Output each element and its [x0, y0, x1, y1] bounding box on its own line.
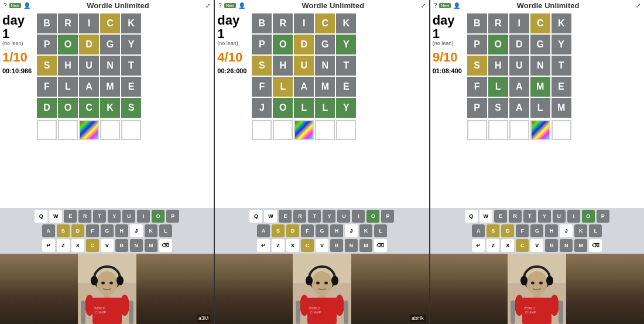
key-B[interactable]: B [545, 239, 558, 252]
cell-3-2: A [294, 77, 314, 97]
key-U[interactable]: U [553, 210, 566, 223]
help-icon[interactable]: ? [434, 2, 437, 9]
key-Q[interactable]: Q [35, 210, 47, 223]
key-↵[interactable]: ↵ [472, 239, 485, 252]
key-M[interactable]: M [359, 239, 372, 252]
key-N[interactable]: N [345, 239, 358, 252]
key-P[interactable]: P [166, 210, 179, 223]
key-Z[interactable]: Z [272, 239, 285, 252]
key-↵[interactable]: ↵ [42, 239, 55, 252]
key-W[interactable]: W [479, 210, 492, 223]
key-V[interactable]: V [316, 239, 328, 252]
key-R[interactable]: R [78, 210, 91, 223]
help-icon[interactable]: ? [218, 2, 222, 9]
key-P[interactable]: P [597, 210, 609, 223]
key-Y[interactable]: Y [108, 210, 121, 223]
key-C[interactable]: C [301, 239, 314, 252]
expand-icon[interactable]: ⤢ [636, 2, 640, 9]
key-O[interactable]: O [582, 210, 595, 223]
key-Z[interactable]: Z [57, 239, 70, 252]
key-D[interactable]: D [71, 224, 84, 237]
key-L[interactable]: L [374, 224, 387, 237]
key-X[interactable]: X [71, 239, 84, 252]
key-T[interactable]: T [93, 210, 106, 223]
key-A[interactable]: A [42, 224, 55, 237]
key-I[interactable]: I [567, 210, 580, 223]
key-D[interactable]: D [286, 224, 299, 237]
cell-3-2: A [79, 77, 99, 97]
key-↵[interactable]: ↵ [257, 239, 270, 252]
key-V[interactable]: V [530, 239, 543, 252]
key-J[interactable]: J [560, 224, 573, 237]
expand-icon[interactable]: ⤢ [421, 2, 426, 9]
key-⌫[interactable]: ⌫ [374, 239, 387, 252]
key-Q[interactable]: Q [465, 210, 478, 223]
person-icon[interactable]: 👤 [238, 2, 245, 9]
key-Y[interactable]: Y [538, 210, 551, 223]
key-E[interactable]: E [494, 210, 507, 223]
expand-icon[interactable]: ⤢ [205, 2, 210, 9]
key-R[interactable]: R [509, 210, 522, 223]
help-icon[interactable]: ? [4, 2, 7, 9]
key-I[interactable]: I [352, 210, 365, 223]
key-T[interactable]: T [523, 210, 536, 223]
key-⌫[interactable]: ⌫ [159, 239, 172, 252]
key-S[interactable]: S [272, 224, 285, 237]
key-⌫[interactable]: ⌫ [589, 239, 602, 252]
key-X[interactable]: X [501, 239, 514, 252]
key-S[interactable]: S [487, 224, 499, 237]
key-K[interactable]: K [574, 224, 587, 237]
key-F[interactable]: F [301, 224, 314, 237]
key-L[interactable]: L [159, 224, 172, 237]
key-W[interactable]: W [49, 210, 62, 223]
score-display: 1/10 [2, 50, 28, 65]
key-R[interactable]: R [293, 210, 306, 223]
key-A[interactable]: A [257, 224, 270, 237]
key-Q[interactable]: Q [249, 210, 262, 223]
key-A[interactable]: A [472, 224, 485, 237]
key-F[interactable]: F [86, 224, 99, 237]
key-P[interactable]: P [381, 210, 394, 223]
key-V[interactable]: V [101, 239, 114, 252]
key-X[interactable]: X [286, 239, 299, 252]
key-S[interactable]: S [57, 224, 70, 237]
key-O[interactable]: O [152, 210, 165, 223]
key-M[interactable]: M [574, 239, 587, 252]
key-U[interactable]: U [122, 210, 135, 223]
top-right-icons: ⤢ [636, 2, 640, 9]
key-L[interactable]: L [589, 224, 602, 237]
key-Y[interactable]: Y [323, 210, 335, 223]
key-N[interactable]: N [560, 239, 573, 252]
key-J[interactable]: J [345, 224, 358, 237]
key-T[interactable]: T [308, 210, 321, 223]
key-C[interactable]: C [516, 239, 529, 252]
key-J[interactable]: J [130, 224, 143, 237]
key-C[interactable]: C [86, 239, 99, 252]
key-I[interactable]: I [137, 210, 150, 223]
key-K[interactable]: K [359, 224, 372, 237]
key-E[interactable]: E [64, 210, 77, 223]
key-Z[interactable]: Z [487, 239, 499, 252]
person-icon[interactable]: 👤 [453, 2, 460, 9]
key-W[interactable]: W [264, 210, 277, 223]
keyboard-row-1: ASDFGHJKL [216, 224, 427, 237]
key-K[interactable]: K [145, 224, 157, 237]
key-B[interactable]: B [115, 239, 128, 252]
key-H[interactable]: H [115, 224, 128, 237]
key-H[interactable]: H [545, 224, 558, 237]
key-F[interactable]: F [516, 224, 529, 237]
key-U[interactable]: U [337, 210, 350, 223]
keyboard-row-2: ↵ZXCVBNM⌫ [431, 239, 643, 252]
key-G[interactable]: G [316, 224, 328, 237]
key-D[interactable]: D [501, 224, 514, 237]
key-B[interactable]: B [330, 239, 343, 252]
key-G[interactable]: G [101, 224, 114, 237]
key-M[interactable]: M [145, 239, 157, 252]
key-G[interactable]: G [530, 224, 543, 237]
key-O[interactable]: O [366, 210, 379, 223]
key-H[interactable]: H [330, 224, 343, 237]
key-E[interactable]: E [279, 210, 292, 223]
key-N[interactable]: N [130, 239, 143, 252]
person-icon[interactable]: 👤 [23, 2, 30, 9]
top-left-icons: ?New👤 [434, 2, 461, 9]
